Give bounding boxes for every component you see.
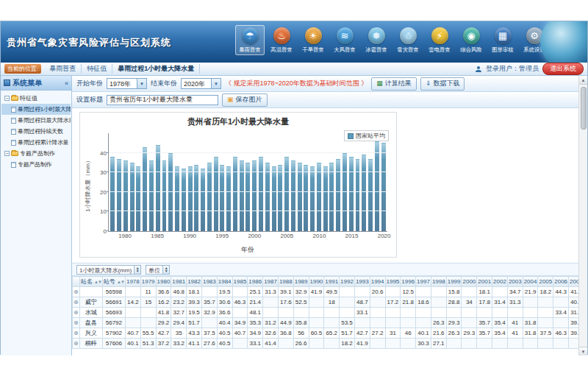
filter-select-1小时最大降水(mm)[interactable]: 1小时最大降水(mm)▲▼ [76, 265, 141, 275]
spinner-arrows-icon[interactable]: ▲▼ [162, 266, 169, 274]
nav-item-雷电普查[interactable]: ⚡雷电普查 [425, 25, 454, 55]
scrollbar-thumb[interactable] [581, 87, 587, 130]
header-year-1985[interactable]: 1985 [232, 277, 248, 287]
header-year-1979[interactable]: 1979 [140, 277, 156, 287]
save-image-button[interactable]: ▣ 保存图片 [222, 93, 268, 107]
nav-item-暴雨普查[interactable]: ☂暴雨普查 [235, 25, 265, 55]
header-year-1998[interactable]: 1998 [431, 277, 446, 287]
header-year-2001[interactable]: 2001 [477, 277, 492, 287]
header-year-1982[interactable]: 1982 [187, 277, 202, 287]
calculate-button[interactable]: ▦ 计算结果 [371, 77, 417, 91]
nav-item-综合风险[interactable]: ◉综合风险 [456, 25, 486, 55]
bar-2001[interactable] [259, 157, 263, 231]
header-year-2000[interactable]: 2000 [462, 277, 477, 287]
breadcrumb-tab[interactable]: 暴雨普查 [44, 64, 82, 74]
bar-2018[interactable] [368, 159, 373, 231]
chevron-down-icon[interactable]: ▼ [137, 79, 146, 88]
row-expander-icon[interactable]: ⊕ [74, 309, 79, 316]
row-expander-cell[interactable]: ⊕ [73, 328, 80, 339]
scroll-up-arrow[interactable]: ▲ [579, 76, 587, 85]
bar-1982[interactable] [136, 166, 140, 231]
bar-1991[interactable] [194, 165, 198, 231]
row-expander-icon[interactable]: ⊕ [74, 340, 79, 347]
nav-item-干旱普查[interactable]: ☀干旱普查 [298, 25, 328, 55]
spinner-arrows-icon[interactable]: ▲▼ [134, 266, 140, 274]
bar-1981[interactable] [130, 163, 135, 231]
nav-item-图形审核[interactable]: ▦图形审核 [488, 25, 517, 55]
header-year-2004[interactable]: 2004 [523, 277, 538, 287]
tree-leaf-暴雨过程持续天数[interactable]: 暴雨过程持续天数 [1, 126, 71, 137]
tree-leaf-暴雨过程累计降水量[interactable]: 暴雨过程累计降水量 [1, 137, 71, 148]
nav-item-冰雹普查[interactable]: ❅冰雹普查 [362, 25, 391, 55]
row-expander-cell[interactable]: ⊕ [73, 297, 80, 308]
data-download-button[interactable]: ⇓ 数据下载 [420, 77, 465, 91]
header-year-1999[interactable]: 1999 [446, 277, 462, 287]
bar-2007[interactable] [298, 163, 302, 231]
start-year-select[interactable]: 1978年 ▼ [107, 78, 147, 89]
tree-leaf-暴雨过程1小时最大降水量[interactable]: 暴雨过程1小时最大降水量 [1, 104, 71, 115]
header-year-1988[interactable]: 1988 [278, 277, 293, 287]
header-year-1994[interactable]: 1994 [370, 277, 385, 287]
row-expander-cell[interactable]: ⊕ [73, 308, 80, 318]
tree-node-特征值[interactable]: −特征值 [1, 93, 71, 104]
row-expander-icon[interactable]: ⊕ [74, 289, 79, 295]
chevron-down-icon[interactable]: ▼ [211, 79, 220, 88]
tree-node-专题产品制作[interactable]: −专题产品制作 [1, 148, 71, 159]
sidebar-collapse-button[interactable]: « [65, 79, 68, 87]
breadcrumb-tab[interactable]: 暴雨过程1小时最大降水量 [112, 64, 200, 74]
header-year-1983[interactable]: 1983 [201, 277, 217, 287]
row-expander-icon[interactable]: ⊕ [74, 319, 79, 326]
bar-2010[interactable] [317, 163, 321, 231]
bar-1994[interactable] [214, 157, 218, 231]
header-year-1991[interactable]: 1991 [324, 277, 340, 287]
row-expander-cell[interactable]: ⊕ [73, 339, 80, 349]
bar-1993[interactable] [207, 163, 212, 231]
header-id-col[interactable]: 站号 ▲▼ [102, 277, 125, 287]
row-expander-icon[interactable]: ⊕ [74, 330, 79, 336]
bar-2013[interactable] [336, 159, 340, 231]
row-expander-cell[interactable]: ⊕ [73, 287, 80, 297]
bar-2011[interactable] [323, 166, 328, 231]
header-year-1993[interactable]: 1993 [354, 277, 370, 287]
scroll-down-arrow[interactable]: ▼ [579, 347, 587, 355]
bar-1983[interactable] [143, 147, 147, 231]
bar-1999[interactable] [245, 163, 250, 231]
vertical-scrollbar[interactable]: ▲ ▼ [578, 76, 587, 355]
header-year-1996[interactable]: 1996 [401, 277, 416, 287]
sort-arrows-icon[interactable]: ▲▼ [94, 280, 101, 284]
header-year-1989[interactable]: 1989 [293, 277, 309, 287]
bar-1989[interactable] [182, 169, 186, 231]
bar-1997[interactable] [233, 157, 237, 231]
bar-2016[interactable] [356, 159, 360, 231]
header-year-1984[interactable]: 1984 [217, 277, 232, 287]
header-year-1978[interactable]: 1978 [125, 277, 140, 287]
bar-1978[interactable] [110, 157, 115, 231]
bar-2017[interactable] [362, 155, 366, 231]
header-year-2006[interactable]: 2006 [553, 277, 569, 287]
nav-item-雪灾普查[interactable]: ☃雪灾普查 [393, 25, 423, 55]
chart-title-input[interactable] [107, 95, 218, 105]
bar-2020[interactable] [381, 143, 386, 231]
header-year-1986[interactable]: 1986 [248, 277, 263, 287]
row-expander-icon[interactable]: ⊕ [74, 299, 79, 305]
header-year-1987[interactable]: 1987 [263, 277, 279, 287]
bar-2005[interactable] [284, 157, 289, 231]
bar-1979[interactable] [117, 159, 121, 231]
bar-1996[interactable] [226, 166, 231, 231]
filter-select-单位[interactable]: 单位▲▼ [146, 265, 170, 275]
tree-leaf-暴雨过程日最大降水量[interactable]: 暴雨过程日最大降水量 [1, 115, 71, 126]
nav-item-高温普查[interactable]: ♨高温普查 [267, 25, 296, 55]
bar-2009[interactable] [310, 166, 315, 231]
bar-2019[interactable] [375, 141, 379, 231]
tree-expander-icon[interactable]: − [4, 151, 10, 156]
bar-1990[interactable] [188, 166, 193, 231]
header-name-col[interactable]: 站名 ▲▼ [79, 277, 102, 287]
bar-2003[interactable] [272, 166, 276, 231]
bar-2015[interactable] [349, 157, 354, 231]
nav-item-大风普查[interactable]: ≋大风普查 [330, 25, 359, 55]
bar-2012[interactable] [329, 163, 334, 231]
end-year-select[interactable]: 2020年 ▼ [181, 78, 221, 89]
bar-1988[interactable] [175, 166, 179, 231]
bar-1995[interactable] [220, 165, 224, 231]
bar-2002[interactable] [265, 163, 270, 231]
